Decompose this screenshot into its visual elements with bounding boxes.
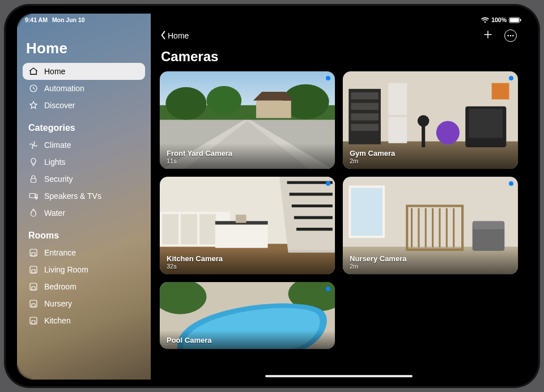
svg-rect-3 — [29, 194, 35, 198]
svg-point-45 — [418, 115, 430, 127]
room-icon — [28, 265, 39, 275]
live-indicator — [326, 287, 330, 291]
camera-name: Front Yard Camera — [167, 149, 328, 157]
sidebar-item-label: Discover — [44, 101, 75, 110]
battery-icon — [509, 17, 521, 23]
svg-point-41 — [436, 121, 460, 144]
camera-time: 2m — [350, 263, 511, 270]
svg-rect-51 — [181, 214, 197, 245]
sidebar-item-label: Entrance — [44, 248, 76, 257]
drop-icon — [28, 208, 39, 218]
camera-time: 32s — [167, 263, 328, 270]
camera-name: Gym Camera — [350, 149, 511, 157]
svg-marker-55 — [279, 177, 335, 253]
camera-grid: Front Yard Camera 11s — [160, 71, 518, 349]
camera-overlay: Nursery Camera 2m — [343, 249, 518, 274]
svg-rect-13 — [32, 304, 35, 307]
live-indicator — [326, 181, 330, 186]
status-date: Mon Jun 10 — [52, 16, 85, 23]
ipad-frame: 9:41 AM Mon Jun 10 Home Home Automation — [5, 5, 539, 387]
sidebar-item-discover[interactable]: Discover — [23, 97, 145, 114]
tv-speaker-icon — [28, 191, 39, 201]
bulb-icon — [28, 157, 39, 167]
back-button[interactable]: Home — [160, 31, 189, 41]
status-time: 9:41 AM — [25, 16, 48, 23]
svg-rect-46 — [492, 83, 509, 100]
chevron-left-icon — [160, 31, 167, 41]
app-title: Home — [26, 40, 145, 57]
svg-rect-9 — [32, 270, 35, 273]
camera-card-kitchen[interactable]: Kitchen Camera 32s — [160, 177, 335, 274]
sidebar-item-nursery[interactable]: Nursery — [23, 295, 145, 312]
room-icon — [28, 282, 39, 292]
svg-point-19 — [507, 35, 509, 37]
sidebar-item-kitchen[interactable]: Kitchen — [23, 312, 145, 329]
sidebar-item-label: Living Room — [44, 265, 88, 274]
plus-icon — [483, 29, 493, 42]
sidebar-item-automation[interactable]: Automation — [23, 80, 145, 97]
main-content: 100% Home — [151, 14, 527, 380]
wifi-icon — [481, 17, 489, 23]
camera-card-front-yard[interactable]: Front Yard Camera 11s — [160, 71, 335, 169]
svg-rect-2 — [31, 178, 36, 182]
sidebar-item-water[interactable]: Water — [23, 204, 145, 221]
svg-rect-18 — [520, 19, 521, 21]
sidebar-item-label: Security — [44, 174, 73, 184]
svg-point-5 — [36, 197, 37, 198]
fan-icon — [28, 140, 39, 150]
sidebar-item-security[interactable]: Security — [23, 171, 145, 188]
sidebar-item-bedroom[interactable]: Bedroom — [23, 278, 145, 295]
svg-rect-37 — [351, 113, 378, 120]
svg-rect-7 — [32, 253, 35, 256]
back-label: Home — [168, 31, 189, 40]
sidebar-item-label: Climate — [44, 140, 71, 150]
lock-icon — [28, 174, 39, 184]
add-button[interactable] — [481, 28, 495, 43]
sidebar-item-speakers-tvs[interactable]: Speakers & TVs — [23, 188, 145, 204]
sidebar-item-label: Lights — [44, 157, 65, 167]
camera-time: 2m — [350, 157, 511, 164]
status-bar-right: 100% — [481, 16, 521, 23]
svg-rect-11 — [32, 287, 35, 290]
svg-rect-36 — [351, 103, 378, 110]
sidebar-item-label: Speakers & TVs — [44, 191, 101, 201]
ellipsis-circle-icon — [504, 29, 517, 42]
sidebar-item-label: Water — [44, 208, 65, 218]
sidebar-item-climate[interactable]: Climate — [23, 137, 145, 154]
camera-overlay: Kitchen Camera 32s — [160, 249, 335, 274]
sidebar-item-label: Kitchen — [44, 316, 71, 325]
room-icon — [28, 299, 39, 309]
svg-rect-30 — [256, 100, 291, 118]
camera-card-pool[interactable]: Pool Camera — [160, 282, 335, 349]
battery-percent: 100% — [491, 16, 507, 23]
screen: 9:41 AM Mon Jun 10 Home Home Automation — [17, 14, 527, 380]
svg-rect-40 — [388, 117, 407, 143]
live-indicator — [509, 76, 513, 80]
live-indicator — [326, 76, 330, 80]
svg-rect-35 — [351, 92, 378, 99]
svg-point-27 — [165, 87, 206, 120]
more-button[interactable] — [503, 28, 518, 43]
sidebar: 9:41 AM Mon Jun 10 Home Home Automation — [17, 14, 151, 380]
camera-card-nursery[interactable]: Nursery Camera 2m — [343, 177, 518, 274]
sidebar-item-living-room[interactable]: Living Room — [23, 261, 145, 278]
camera-overlay: Pool Camera — [160, 330, 335, 349]
sidebar-item-entrance[interactable]: Entrance — [23, 244, 145, 261]
nav-bar: Home — [160, 28, 518, 43]
svg-point-20 — [510, 35, 512, 37]
svg-rect-17 — [510, 18, 519, 22]
sidebar-item-lights[interactable]: Lights — [23, 154, 145, 171]
sidebar-item-home[interactable]: Home — [23, 63, 145, 80]
page-title: Cameras — [161, 49, 518, 65]
svg-rect-61 — [236, 215, 246, 223]
sidebar-item-label: Home — [44, 67, 65, 76]
section-header-categories: Categories — [28, 123, 145, 133]
home-indicator[interactable] — [265, 375, 413, 377]
camera-time: 11s — [167, 157, 328, 164]
house-icon — [28, 66, 39, 76]
camera-name: Kitchen Camera — [167, 254, 328, 263]
camera-card-gym[interactable]: Gym Camera 2m — [343, 71, 518, 169]
svg-point-21 — [512, 35, 514, 37]
camera-name: Pool Camera — [167, 336, 328, 344]
svg-rect-15 — [32, 321, 35, 324]
